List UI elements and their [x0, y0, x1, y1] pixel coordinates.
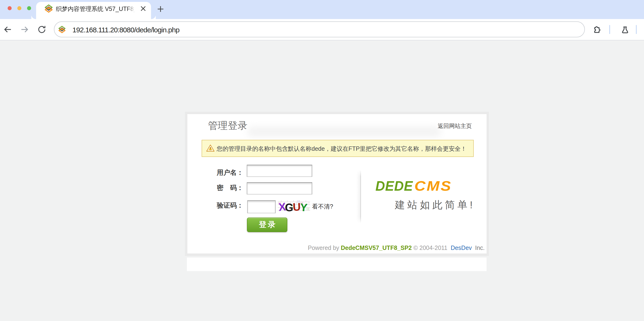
svg-text:CMS: CMS	[414, 178, 452, 194]
svg-text:G: G	[285, 201, 294, 213]
svg-text:DEDE: DEDE	[376, 178, 413, 194]
svg-text:Y: Y	[300, 201, 308, 213]
